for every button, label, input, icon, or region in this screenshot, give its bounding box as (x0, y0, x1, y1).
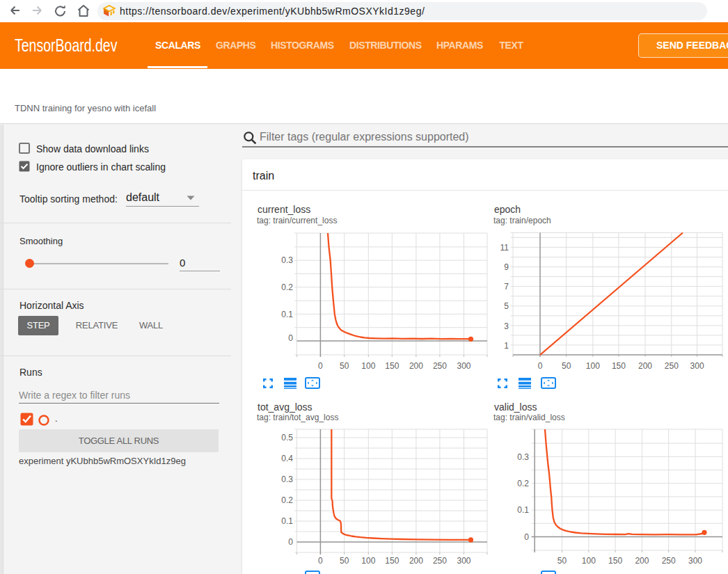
svg-text:0: 0 (524, 532, 529, 542)
svg-text:150: 150 (385, 361, 399, 371)
svg-text:200: 200 (635, 556, 649, 566)
svg-text:0.2: 0.2 (281, 495, 293, 505)
svg-text:9: 9 (504, 262, 509, 272)
svg-text:50: 50 (557, 556, 567, 566)
svg-text:0.1: 0.1 (281, 310, 293, 319)
svg-text:250: 250 (665, 361, 679, 371)
svg-text:0.1: 0.1 (517, 505, 529, 515)
svg-text:50: 50 (340, 361, 349, 371)
svg-text:0.2: 0.2 (281, 282, 293, 292)
svg-text:7: 7 (504, 282, 509, 292)
svg-text:100: 100 (361, 361, 375, 371)
svg-text:100: 100 (586, 361, 600, 371)
svg-text:0.3: 0.3 (281, 255, 293, 265)
svg-text:200: 200 (638, 361, 652, 371)
svg-text:150: 150 (612, 361, 626, 371)
svg-text:50: 50 (340, 556, 349, 566)
svg-text:200: 200 (409, 361, 423, 371)
svg-text:1: 1 (504, 341, 509, 351)
svg-text:0: 0 (318, 361, 323, 371)
svg-text:200: 200 (409, 556, 423, 566)
svg-text:0: 0 (288, 333, 293, 343)
svg-text:250: 250 (433, 361, 447, 371)
svg-text:0.5: 0.5 (281, 433, 293, 443)
svg-text:250: 250 (433, 556, 447, 566)
svg-text:50: 50 (562, 361, 571, 371)
svg-text:11: 11 (500, 243, 509, 253)
svg-text:0.3: 0.3 (517, 452, 529, 462)
svg-text:150: 150 (608, 556, 622, 566)
svg-text:0: 0 (538, 361, 543, 371)
svg-text:100: 100 (582, 556, 596, 566)
svg-text:0.2: 0.2 (517, 479, 529, 488)
svg-text:0.4: 0.4 (281, 454, 293, 463)
svg-text:100: 100 (361, 556, 375, 566)
svg-text:300: 300 (457, 361, 470, 371)
svg-text:0.1: 0.1 (281, 516, 293, 526)
svg-text:0.3: 0.3 (281, 475, 293, 484)
svg-text:3: 3 (504, 321, 509, 331)
svg-text:300: 300 (690, 361, 704, 371)
svg-text:0: 0 (318, 556, 323, 566)
svg-text:150: 150 (385, 556, 399, 566)
svg-text:0: 0 (288, 537, 293, 547)
svg-text:300: 300 (688, 556, 702, 566)
svg-text:250: 250 (662, 556, 676, 566)
svg-text:5: 5 (504, 301, 509, 311)
svg-text:300: 300 (457, 556, 470, 566)
